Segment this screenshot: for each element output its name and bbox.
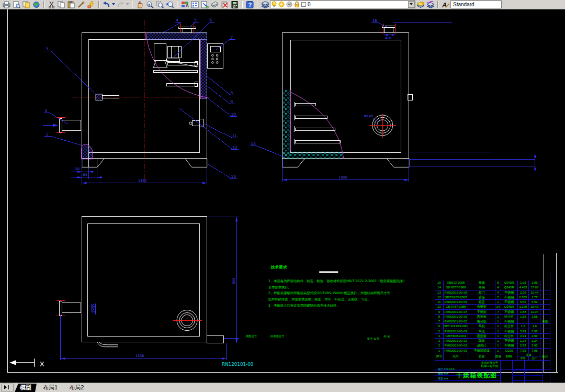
plot-icon[interactable] [2, 1, 12, 9]
match-properties-brush-icon[interactable] [76, 1, 86, 9]
zoom-previous-icon[interactable] [165, 1, 175, 9]
plot-preview-icon[interactable] [12, 1, 21, 9]
help-icon[interactable]: ? [245, 1, 255, 9]
publish-icon[interactable] [21, 1, 31, 9]
callout-4: 4 [176, 18, 178, 23]
callout-9: 9 [231, 99, 233, 104]
toolbar-separator [437, 1, 438, 8]
notes-line-1: 1、本设备为焊接结构件，制造、检验、验收材料按照NB/T 2621.2-2005… [268, 279, 406, 283]
pan-hand-icon[interactable] [135, 1, 145, 9]
layer-lock-icon [294, 1, 300, 8]
cut-scissors-icon[interactable] [47, 1, 56, 9]
callout-12: 12 [232, 145, 237, 150]
layer-freeze-icon [278, 1, 285, 8]
zoom-realtime-icon[interactable]: ± [145, 1, 155, 9]
ucs-x-label: X [40, 360, 44, 368]
model-space-canvas[interactable]: 50 84 1350 4 5 6 7 8 9 10 11 12 13 3 2 [0, 9, 565, 383]
callout-11: 11 [232, 133, 236, 138]
table-row: 1RM02001-00-00干燥箱箱体1Q2357.957.95 [435, 349, 550, 353]
stamp-2: 旧底图总号 [270, 334, 285, 338]
layers-icon[interactable] [260, 1, 270, 9]
properties-palette-icon[interactable]: A [180, 1, 190, 9]
table-row: 2RM02001-00-01进风口1不锈钢5.935.93 [435, 343, 550, 348]
toolbar-separator [43, 1, 44, 8]
tab-model[interactable]: 模型 [15, 384, 37, 392]
table-row: 14GB 9787-1988角钢4Q345R4.46317.86 [435, 285, 550, 290]
text-style-icon[interactable]: A [440, 1, 450, 9]
sight-glass [369, 114, 396, 138]
dim-front-offset2: 84 [83, 173, 87, 176]
notes-rule [319, 271, 338, 273]
callout-7: 7 [231, 35, 233, 40]
undo-dropdown-icon[interactable] [111, 1, 116, 9]
callout-1: 1 [46, 132, 48, 137]
layer-color-swatch [301, 2, 306, 7]
table-row: 6NPT 3/4 673-2002风机1组合件1.81.8 [435, 324, 550, 329]
stamp-texts: 底图总号 旧底图总号 签字 日期 共 张 [246, 334, 390, 341]
title-block-line [435, 380, 500, 381]
bom-table: 15GB513-2008视镜8Q345R1.051.85 14GB 9787-1… [435, 281, 550, 353]
title-block-row: 校核 ××× [438, 372, 448, 375]
technical-notes: 技术要求 1、本设备为焊接结构件，制造、检验、验收材料按照NB/T 2621.2… [268, 265, 406, 307]
layer-plot-icon [286, 1, 292, 8]
top-view-porthole [173, 307, 202, 333]
dim-top-width: 1338 [135, 354, 144, 357]
tab-layout1[interactable]: 布局1 [38, 384, 63, 392]
layer-properties-manager-icon[interactable] [190, 1, 200, 9]
table-row: 3RM02001-00-02隔板1不锈钢1.241.24 [435, 339, 550, 343]
markup-icon[interactable] [220, 1, 230, 9]
dim-porthole: Φ140 [364, 114, 373, 118]
tab-layout2[interactable]: 布局2 [64, 384, 89, 392]
callout-2: 2 [44, 108, 47, 113]
callout-8: 8 [231, 91, 233, 95]
layout-tab-bar: 模型 布局1 布局2 [0, 383, 565, 392]
layer-dropdown[interactable]: 0 [270, 1, 415, 8]
zoom-window-icon[interactable] [155, 1, 165, 9]
current-text-style: Standard [453, 2, 474, 7]
match-flash-icon[interactable] [86, 1, 96, 9]
toolbar-separator [132, 1, 133, 8]
top-view [56, 216, 224, 347]
callout-16: 16 [372, 18, 378, 23]
table-row: 13RM02001-00-08箱门4不锈钢2.0610.44 [435, 290, 550, 295]
toolbar-separator [177, 1, 178, 8]
copy-icon[interactable] [56, 1, 66, 9]
make-layer-current-icon[interactable] [415, 1, 425, 9]
control-panel [208, 43, 223, 68]
dim-top-depth: 808 [232, 278, 235, 284]
title-block-line [512, 375, 542, 376]
notes-line-4: 按焊件的厚度，焊缝要求连续、致密、焊牢，不咬边、无裂纹、气孔。 [268, 297, 371, 301]
sheet-set-icon[interactable] [210, 1, 220, 9]
title-block-row: 设计 ××× 12.6 [438, 367, 454, 371]
bom-header: 序号代号名称数量材料 重量单件总计 备注 [435, 353, 550, 361]
etransmit-globe-icon[interactable] [31, 1, 41, 9]
notes-line-3: 2、焊接采用熔焊焊接接头型式按GB/T985-1988中规定执行；焊缝结构焊脚尺… [268, 291, 391, 295]
paste-icon[interactable] [66, 1, 76, 9]
bom-and-title-block: 15GB513-2008视镜8Q345R1.051.85 14GB 9787-1… [435, 271, 550, 391]
side-view [282, 24, 413, 167]
dim-front-width: 1350 [138, 178, 146, 182]
layer-on-bulb-icon [272, 1, 277, 8]
table-row: 15GB513-2008视镜8Q345R1.051.85 [435, 281, 550, 285]
quickcalc-icon[interactable] [230, 1, 240, 9]
dim-side-width: 1000 [338, 175, 347, 179]
undo-icon[interactable] [101, 1, 111, 9]
layer-dropdown-arrow-icon[interactable] [408, 1, 415, 8]
title-block-line [512, 369, 542, 371]
ucs-icon: X [9, 359, 44, 368]
callout-14: 14 [251, 141, 256, 146]
current-layer-name: 0 [308, 2, 311, 7]
table-row: 4GB/T808-2004观察窗1组合件2.912.91 [435, 334, 550, 339]
text-style-dropdown[interactable]: Standard [450, 1, 502, 8]
stamp-4: 共 张 [383, 335, 390, 339]
table-row: 12GB/T6163-2008铰链2不锈钢0.3651.73 [435, 295, 550, 300]
front-view [43, 24, 223, 167]
tab-nav-button[interactable] [1, 384, 14, 391]
toolbar-separator [257, 1, 258, 8]
notes-heading: 技术要求 [270, 265, 287, 270]
title-block-row: 审定 ××× [438, 377, 448, 380]
redo-icon[interactable] [116, 1, 126, 9]
layer-previous-icon[interactable] [425, 1, 435, 9]
redo-dropdown-icon[interactable] [126, 1, 130, 9]
layer-translate-icon[interactable] [200, 1, 210, 9]
